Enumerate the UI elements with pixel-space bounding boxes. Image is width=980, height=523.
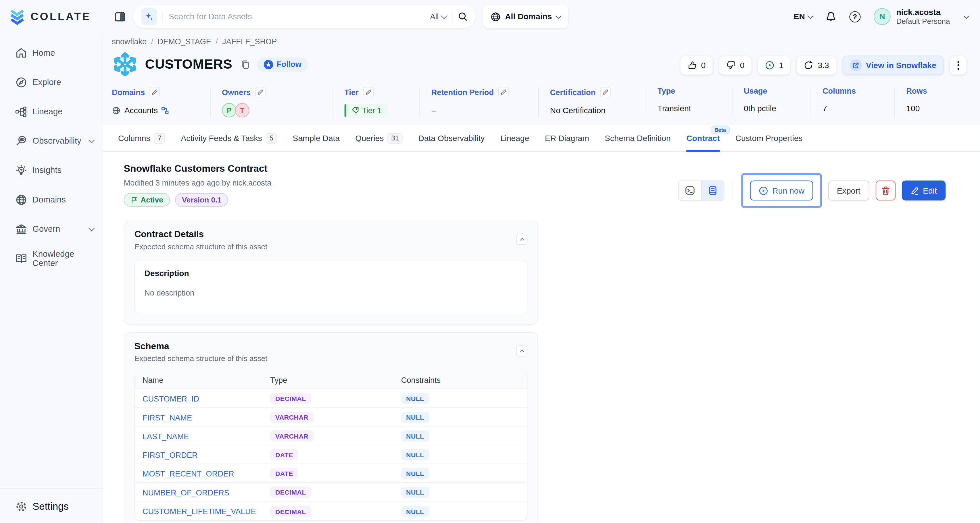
meta-usage: Usage 0th pctile: [733, 87, 811, 117]
chevron-down-icon: [89, 137, 95, 143]
main-panel: snowflake / DEMO_STAGE / JAFFLE_SHOP: [103, 33, 980, 523]
column-constraint-badge: NULL: [401, 506, 429, 517]
contract-tab-content: Snowflake Customers Contract Modified 3 …: [103, 152, 980, 523]
thumbs-up-icon: [687, 60, 697, 70]
search-divider: [162, 11, 163, 22]
column-name-link[interactable]: LAST_NAME: [143, 432, 189, 441]
tab-er-diagram[interactable]: ER Diagram: [545, 125, 589, 152]
snowflake-service-icon: [112, 51, 138, 77]
document-view-button[interactable]: [701, 181, 723, 200]
language-selector[interactable]: EN: [794, 12, 813, 21]
owner-avatar[interactable]: P: [222, 103, 236, 117]
table-row: LAST_NAME VARCHAR NULL: [135, 426, 527, 445]
view-in-snowflake-button[interactable]: View in Snowflake: [842, 56, 943, 75]
tab-contract[interactable]: ContractBeta: [686, 125, 720, 152]
yaml-view-button[interactable]: [679, 181, 701, 200]
column-type-badge: DECIMAL: [270, 487, 311, 498]
breadcrumb-service[interactable]: snowflake: [112, 37, 146, 46]
sidebar-item-govern[interactable]: Govern: [0, 214, 103, 244]
sidebar-toggle-icon[interactable]: [115, 11, 126, 22]
sidebar-item-insights[interactable]: Insights: [0, 156, 103, 185]
sidebar-item-observability[interactable]: Observability: [0, 126, 103, 155]
circle-dot-icon: [765, 60, 775, 70]
tab-queries[interactable]: Queries31: [355, 125, 402, 152]
entity-header: snowflake / DEMO_STAGE / JAFFLE_SHOP: [103, 33, 980, 125]
table-row: MOST_RECENT_ORDER DATE NULL: [135, 464, 527, 483]
play-circle-icon: [759, 186, 768, 195]
owner-avatar[interactable]: T: [235, 103, 250, 117]
edit-tier-icon[interactable]: [363, 87, 374, 97]
column-name-link[interactable]: CUSTOMER_LIFETIME_VALUE: [143, 507, 256, 516]
contract-actions: Run now Export Edit: [678, 173, 945, 208]
column-name-link[interactable]: FIRST_ORDER: [143, 451, 198, 459]
tab-columns[interactable]: Columns7: [118, 125, 165, 152]
column-constraint-badge: NULL: [401, 430, 429, 441]
entity-tabbar: Columns7 Activity Feeds & Tasks5 Sample …: [103, 125, 980, 152]
export-button[interactable]: Export: [828, 181, 869, 200]
collate-chevrons-icon: [9, 8, 25, 25]
sidebar-item-lineage[interactable]: Lineage: [0, 97, 103, 126]
tab-sample-data[interactable]: Sample Data: [293, 125, 340, 152]
follow-button[interactable]: Follow: [257, 57, 309, 71]
knowledge-book-icon: [15, 252, 27, 264]
sidebar-item-knowledge-center[interactable]: Knowledge Center: [0, 244, 103, 273]
copy-icon[interactable]: [240, 59, 250, 70]
user-menu[interactable]: N nick.acosta Default Persona: [873, 7, 969, 26]
user-name: nick.acosta: [896, 7, 950, 17]
tab-custom-properties[interactable]: Custom Properties: [735, 125, 803, 152]
collapse-details-button[interactable]: [516, 233, 527, 245]
help-icon[interactable]: ?: [849, 11, 861, 22]
domain-link[interactable]: Accounts: [124, 106, 158, 115]
sidebar-item-home[interactable]: Home: [0, 38, 103, 68]
collapse-schema-button[interactable]: [516, 345, 527, 357]
run-now-button[interactable]: Run now: [750, 181, 813, 200]
tab-schema-definition[interactable]: Schema Definition: [605, 125, 670, 152]
search-input[interactable]: [169, 12, 425, 21]
tab-lineage[interactable]: Lineage: [500, 125, 529, 152]
column-name-link[interactable]: FIRST_NAME: [143, 413, 192, 422]
sidebar-item-domains[interactable]: Domains: [0, 185, 103, 214]
more-actions-button[interactable]: [949, 56, 967, 75]
column-constraint-badge: NULL: [401, 487, 429, 498]
downvote-button[interactable]: 0: [719, 56, 752, 75]
edit-contract-button[interactable]: Edit: [902, 181, 945, 200]
meta-certification: Certification No Certification: [539, 87, 646, 117]
tab-data-observability[interactable]: Data Observability: [418, 125, 485, 152]
description-card: Description No description: [135, 260, 528, 314]
search-icon[interactable]: [458, 12, 468, 21]
edit-certification-icon[interactable]: [600, 87, 611, 97]
notifications-bell-icon[interactable]: [826, 11, 836, 22]
column-constraint-badge: NULL: [401, 393, 429, 404]
column-name-link[interactable]: MOST_RECENT_ORDER: [143, 469, 234, 478]
breadcrumb: snowflake / DEMO_STAGE / JAFFLE_SHOP: [112, 37, 967, 46]
sidebar-item-explore[interactable]: Explore: [0, 68, 103, 97]
edit-domains-icon[interactable]: [149, 87, 160, 97]
card-subtitle: Expected schema structure of this asset: [135, 354, 528, 363]
schema-table-header: Name Type Constraints: [135, 372, 527, 389]
meta-tier: Tier Tier 1: [333, 87, 420, 117]
user-persona: Default Persona: [896, 17, 950, 26]
sparkle-icon[interactable]: [141, 8, 157, 25]
version-history-button[interactable]: 3.3: [797, 56, 837, 75]
contract-version-badge: Version 0.1: [175, 193, 229, 207]
column-type-badge: DECIMAL: [270, 506, 311, 517]
all-domains-button[interactable]: All Domains: [483, 5, 568, 28]
breadcrumb-schema[interactable]: JAFFLE_SHOP: [222, 37, 277, 46]
compass-icon: [15, 76, 27, 88]
sidebar-item-settings[interactable]: Settings: [0, 488, 103, 523]
follow-star-icon: [264, 60, 273, 69]
column-name-link[interactable]: NUMBER_OF_ORDERS: [143, 488, 229, 497]
table-row: FIRST_NAME VARCHAR NULL: [135, 408, 527, 426]
schema-card: Schema Expected schema structure of this…: [124, 332, 538, 523]
collate-logo[interactable]: COLLATE: [0, 8, 103, 25]
breadcrumb-database[interactable]: DEMO_STAGE: [158, 37, 211, 46]
description-label: Description: [144, 269, 517, 278]
tab-activity-feeds[interactable]: Activity Feeds & Tasks5: [181, 125, 277, 152]
column-name-link[interactable]: CUSTOMER_ID: [143, 394, 199, 403]
edit-retention-icon[interactable]: [498, 87, 509, 97]
delete-contract-button[interactable]: [875, 181, 896, 200]
search-scope-dropdown[interactable]: All: [430, 12, 446, 21]
edit-owners-icon[interactable]: [255, 87, 266, 97]
upvote-button[interactable]: 0: [680, 56, 713, 75]
task-count-button[interactable]: 1: [757, 56, 791, 75]
